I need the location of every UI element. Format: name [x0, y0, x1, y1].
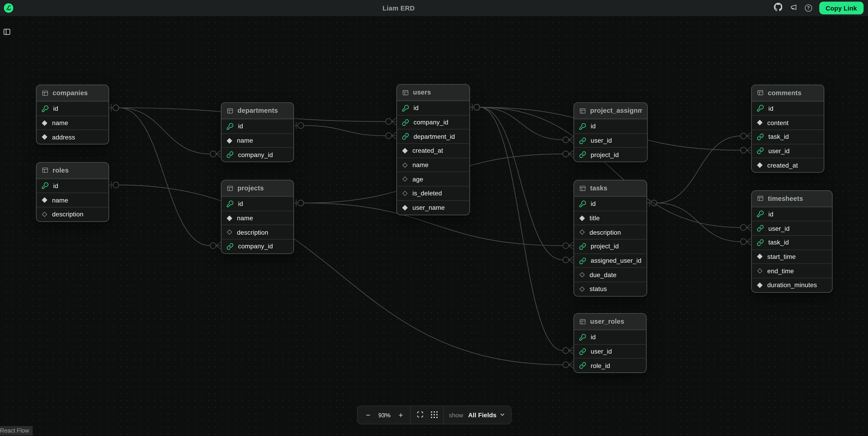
react-flow-attribution[interactable]: React Flow: [0, 426, 32, 435]
table-header[interactable]: roles: [36, 162, 108, 178]
column-row-users-company_id[interactable]: company_id: [397, 115, 470, 129]
foreign-key-icon: [579, 348, 586, 355]
column-row-timesheets-start_time[interactable]: start_time: [752, 249, 832, 263]
column-row-projects-name[interactable]: name: [221, 211, 293, 225]
table-header[interactable]: projects: [221, 180, 293, 196]
foreign-key-icon: [757, 239, 764, 246]
github-button[interactable]: [774, 3, 782, 13]
table-node-departments[interactable]: departmentsidnamecompany_id: [221, 102, 294, 162]
table-node-tasks[interactable]: tasksidtitledescriptionproject_idassigne…: [574, 180, 647, 297]
column-name: name: [237, 137, 253, 144]
column-row-comments-user_id[interactable]: user_id: [752, 144, 824, 158]
column-row-users-department_id[interactable]: department_id: [397, 129, 470, 143]
table-name: timesheets: [768, 194, 827, 202]
column-row-timesheets-id[interactable]: id: [752, 207, 832, 221]
column-row-timesheets-task_id[interactable]: task_id: [752, 235, 832, 249]
sidebar-toggle-button[interactable]: [3, 28, 11, 37]
zoom-in-button[interactable]: +: [396, 410, 405, 420]
primary-key-icon: [402, 104, 409, 112]
table-node-users[interactable]: usersidcompany_iddepartment_idcreated_at…: [396, 84, 470, 215]
column-row-roles-id[interactable]: id: [36, 179, 108, 193]
primary-key-icon: [579, 334, 586, 341]
column-name: id: [769, 211, 773, 217]
column-name: id: [238, 200, 243, 207]
diagram-canvas[interactable]: [0, 16, 868, 436]
toolbar-divider: [410, 406, 411, 424]
column-row-comments-task_id[interactable]: task_id: [752, 129, 824, 144]
column-row-user_roles-role_id[interactable]: role_id: [574, 358, 646, 372]
table-header[interactable]: project_assignme...: [574, 103, 647, 119]
table-name: users: [413, 89, 465, 96]
primary-key-icon: [41, 182, 49, 189]
foreign-key-icon: [579, 137, 586, 144]
table-node-user_roles[interactable]: user_rolesiduser_idrole_id: [574, 313, 647, 373]
table-node-timesheets[interactable]: timesheetsiduser_idtask_idstart_timeend_…: [751, 190, 832, 293]
not-null-icon: [579, 215, 585, 221]
fields-filter-dropdown[interactable]: All Fields: [468, 412, 505, 418]
column-row-users-is_deleted[interactable]: is_deleted: [397, 186, 470, 200]
table-header[interactable]: users: [397, 85, 470, 101]
help-button[interactable]: ?: [805, 5, 812, 11]
table-header[interactable]: comments: [752, 85, 824, 101]
table-node-comments[interactable]: commentsidcontenttask_iduser_idcreated_a…: [751, 85, 824, 173]
column-row-tasks-description[interactable]: description: [574, 225, 647, 239]
column-row-timesheets-user_id[interactable]: user_id: [752, 221, 832, 235]
liam-logo[interactable]: ℒ: [4, 3, 13, 12]
announcements-button[interactable]: [789, 3, 798, 13]
column-row-projects-description[interactable]: description: [221, 225, 293, 239]
column-row-companies-name[interactable]: name: [36, 116, 108, 130]
column-row-project_assignments-id[interactable]: id: [574, 119, 647, 133]
column-row-project_assignments-user_id[interactable]: user_id: [574, 133, 647, 147]
table-header[interactable]: companies: [36, 85, 108, 101]
column-row-projects-company_id[interactable]: company_id: [221, 239, 293, 253]
column-row-tasks-status[interactable]: status: [574, 282, 647, 296]
table-node-companies[interactable]: companiesidnameaddress: [36, 85, 109, 145]
not-null-icon: [402, 148, 408, 154]
column-row-tasks-assigned_user_id[interactable]: assigned_user_id: [574, 253, 647, 268]
table-node-roles[interactable]: rolesidnamedescription: [36, 162, 109, 222]
fit-view-button[interactable]: [416, 410, 425, 420]
zoom-out-button[interactable]: −: [364, 410, 373, 420]
column-row-companies-id[interactable]: id: [36, 101, 108, 116]
column-row-projects-id[interactable]: id: [221, 196, 293, 211]
column-row-tasks-id[interactable]: id: [574, 196, 647, 211]
column-row-timesheets-end_time[interactable]: end_time: [752, 263, 832, 278]
column-row-roles-name[interactable]: name: [36, 193, 108, 207]
column-row-comments-content[interactable]: content: [752, 115, 824, 129]
copy-link-button[interactable]: Copy Link: [819, 2, 863, 14]
column-row-users-created_at[interactable]: created_at: [397, 143, 470, 157]
column-row-users-id[interactable]: id: [397, 101, 470, 115]
column-row-comments-id[interactable]: id: [752, 101, 824, 115]
table-header[interactable]: user_roles: [574, 314, 646, 330]
column-row-users-age[interactable]: age: [397, 172, 470, 186]
table-header[interactable]: tasks: [574, 180, 647, 196]
tidy-up-button[interactable]: [430, 410, 439, 420]
table-header[interactable]: departments: [221, 103, 293, 119]
table-node-projects[interactable]: projectsidnamedescriptioncompany_id: [221, 180, 294, 254]
column-row-roles-description[interactable]: description: [36, 207, 108, 221]
table-name: companies: [53, 89, 103, 97]
column-row-user_roles-user_id[interactable]: user_id: [574, 344, 646, 358]
column-name: role_id: [591, 362, 610, 369]
column-row-timesheets-duration_minutes[interactable]: duration_minutes: [752, 278, 832, 292]
column-row-departments-name[interactable]: name: [221, 133, 293, 147]
column-row-tasks-project_id[interactable]: project_id: [574, 239, 647, 253]
column-name: id: [413, 105, 418, 112]
column-row-comments-created_at[interactable]: created_at: [752, 158, 824, 172]
column-name: project_id: [591, 151, 619, 158]
column-row-tasks-due_date[interactable]: due_date: [574, 268, 647, 282]
column-row-departments-id[interactable]: id: [221, 119, 293, 133]
column-row-tasks-title[interactable]: title: [574, 211, 647, 225]
column-row-users-name[interactable]: name: [397, 157, 470, 172]
foreign-key-icon: [226, 243, 234, 250]
column-row-companies-address[interactable]: address: [36, 130, 108, 144]
table-node-project_assignments[interactable]: project_assignme...iduser_idproject_id: [574, 102, 648, 162]
column-row-users-user_name[interactable]: user_name: [397, 200, 470, 214]
column-row-project_assignments-project_id[interactable]: project_id: [574, 148, 647, 162]
column-row-user_roles-id[interactable]: id: [574, 330, 646, 344]
column-name: department_id: [413, 133, 455, 140]
column-row-departments-company_id[interactable]: company_id: [221, 148, 293, 162]
table-name: projects: [238, 184, 288, 192]
top-bar-actions: ? Copy Link: [774, 0, 864, 16]
table-header[interactable]: timesheets: [752, 191, 832, 207]
